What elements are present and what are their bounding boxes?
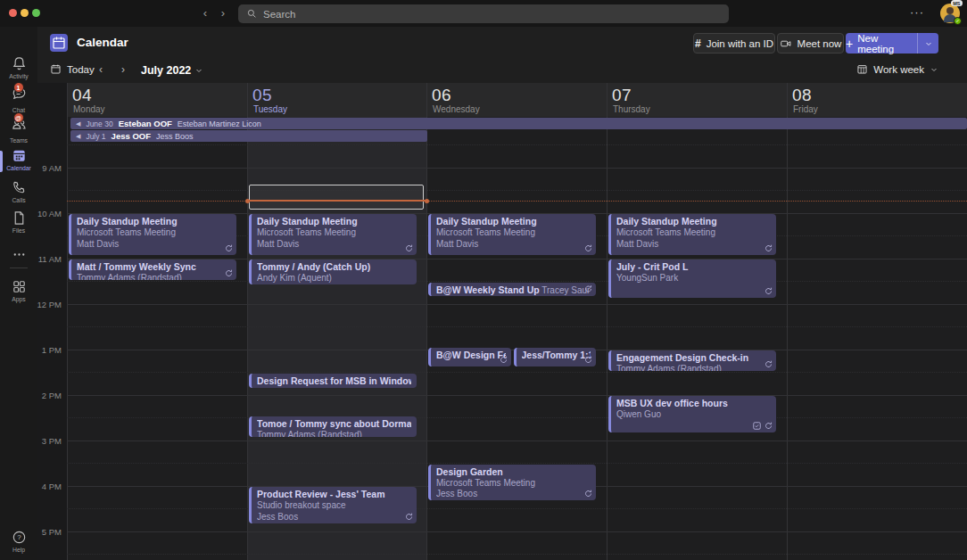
sidebar-item-calls[interactable]: Calls bbox=[0, 179, 37, 203]
day-number: 08 bbox=[792, 86, 812, 105]
allday-detail: Esteban Martinez Licon bbox=[178, 119, 261, 128]
event-detail: Microsoft Teams Meeting bbox=[436, 227, 591, 239]
event-matt-tommy-weekly-sync[interactable]: Matt / Tommy Weekly SyncTommy Adams (Ran… bbox=[69, 259, 236, 280]
time-label: 3 PM bbox=[36, 436, 62, 446]
event-jess-tommy-1-1[interactable]: Jess/Tommy 1:1 Jess Bo bbox=[514, 348, 597, 366]
selected-time-slot[interactable] bbox=[249, 185, 424, 210]
current-time-indicator bbox=[247, 200, 427, 202]
sidebar-item-calendar[interactable]: Calendar bbox=[0, 147, 37, 171]
event-title: Tommy / Andy (Catch Up) bbox=[257, 261, 411, 273]
next-week-button[interactable]: › bbox=[121, 63, 125, 76]
continues-left-icon: ◀ bbox=[76, 120, 80, 128]
time-label: 1 PM bbox=[36, 345, 62, 355]
sidebar-item-chat[interactable]: 1 Chat bbox=[0, 86, 37, 113]
event-detail: Tommy Adams (Randstad) bbox=[257, 430, 411, 437]
event-product-review-jess-team[interactable]: Product Review - Jess' TeamStudio breako… bbox=[249, 487, 417, 523]
event-detail: Matt Davis bbox=[616, 239, 771, 251]
day-name: Wednesday bbox=[433, 104, 480, 114]
event-daily-standup-meeting[interactable]: Daily Standup MeetingMicrosoft Teams Mee… bbox=[249, 214, 417, 255]
event-title: Engagement Design Check-in bbox=[616, 352, 771, 364]
allday-event[interactable]: ◀June 30Esteban OOFEsteban Martinez Lico… bbox=[70, 118, 967, 129]
month-label[interactable]: July 2022 bbox=[141, 64, 191, 77]
event-b-w-design-feature-re[interactable]: B@W Design Feature Re bbox=[428, 348, 511, 366]
event-daily-standup-meeting[interactable]: Daily Standup MeetingMicrosoft Teams Mee… bbox=[608, 214, 776, 255]
event-inline-detail: Tracey Saur bbox=[540, 285, 591, 295]
sidebar-item-apps[interactable]: Apps bbox=[0, 278, 37, 302]
event-b-w-weekly-stand-up[interactable]: B@W Weekly Stand Up Tracey Saur bbox=[428, 283, 596, 296]
half-hour-line bbox=[67, 326, 967, 327]
recurrence-icon bbox=[405, 244, 413, 252]
half-hour-line bbox=[67, 372, 967, 373]
prev-week-button[interactable]: ‹ bbox=[99, 63, 103, 76]
join-with-id-button[interactable]: # Join with an ID bbox=[693, 33, 775, 54]
event-icons bbox=[405, 244, 413, 252]
file-icon bbox=[11, 210, 28, 226]
event-design-garden[interactable]: Design GardenMicrosoft Teams MeetingJess… bbox=[428, 465, 596, 501]
event-detail: Matt Davis bbox=[77, 239, 231, 251]
sidebar-item-help[interactable]: ? Help bbox=[0, 529, 37, 553]
recurrence-icon bbox=[500, 356, 508, 364]
event-icons bbox=[584, 490, 592, 498]
chevron-down-icon bbox=[924, 39, 933, 48]
event-title: MSB UX dev office hours bbox=[616, 398, 771, 409]
recurrence-icon bbox=[584, 490, 592, 498]
recurrence-icon bbox=[405, 513, 413, 521]
allday-date: July 1 bbox=[86, 132, 105, 141]
event-icons bbox=[405, 513, 413, 521]
minimize-button[interactable] bbox=[21, 9, 29, 17]
new-meeting-button[interactable]: + New meeting bbox=[846, 33, 917, 54]
event-tomoe-tommy-sync-about-dormant-user-right[interactable]: Tomoe / Tommy sync about Dormant User Ri… bbox=[249, 416, 417, 437]
event-daily-standup-meeting[interactable]: Daily Standup MeetingMicrosoft Teams Mee… bbox=[428, 214, 596, 255]
sidebar-item-activity[interactable]: Activity bbox=[0, 55, 37, 79]
event-design-request-for-msb-in-windows-campaign[interactable]: Design Request for MSB in Windows Campai… bbox=[249, 374, 417, 389]
apps-icon bbox=[11, 278, 28, 295]
recurrence-icon bbox=[584, 356, 592, 364]
day-column-monday[interactable] bbox=[67, 117, 247, 560]
hour-line bbox=[67, 531, 967, 532]
time-label: 11 AM bbox=[36, 254, 62, 264]
nav-back-icon[interactable]: ‹ bbox=[198, 6, 212, 20]
sidebar-item-teams[interactable]: @ Teams bbox=[0, 116, 37, 144]
day-name: Friday bbox=[793, 104, 818, 114]
allday-event[interactable]: ◀July 1Jess OOFJess Boos bbox=[70, 130, 427, 142]
event-msb-ux-dev-office-hours[interactable]: MSB UX dev office hoursQiwen Guo bbox=[608, 396, 776, 432]
sidebar-item-more[interactable] bbox=[0, 246, 37, 263]
day-column-thursday[interactable] bbox=[607, 117, 787, 560]
column-border bbox=[67, 83, 68, 560]
meet-now-button[interactable]: Meet now bbox=[777, 33, 844, 54]
titlebar-more-icon[interactable]: ··· bbox=[910, 5, 924, 19]
chat-badge: 1 bbox=[13, 82, 24, 93]
phone-icon bbox=[11, 179, 28, 196]
event-title: B@W Weekly Stand Up Tracey Saur bbox=[436, 284, 591, 296]
view-label: Work week bbox=[873, 64, 924, 75]
event-title: Product Review - Jess' Team bbox=[257, 489, 411, 500]
event-tommy-andy-catch-up[interactable]: Tommy / Andy (Catch Up)Andy Kim (Aquent) bbox=[249, 259, 417, 284]
day-number: 05 bbox=[252, 86, 272, 105]
event-title: Daily Standup Meeting bbox=[77, 216, 231, 227]
half-hour-line bbox=[67, 554, 967, 555]
event-title: Tomoe / Tommy sync about Dormant User Ri… bbox=[257, 418, 411, 430]
month-chevron-icon[interactable] bbox=[194, 66, 203, 75]
event-daily-standup-meeting[interactable]: Daily Standup MeetingMicrosoft Teams Mee… bbox=[69, 214, 236, 255]
sidebar-item-files[interactable]: Files bbox=[0, 210, 37, 234]
recurrence-icon bbox=[765, 360, 773, 368]
event-detail: Microsoft Teams Meeting bbox=[436, 478, 591, 490]
today-button[interactable]: Today bbox=[50, 63, 95, 75]
nav-forward-icon[interactable]: › bbox=[216, 6, 230, 20]
event-title: Design Garden bbox=[436, 466, 591, 478]
new-meeting-dropdown[interactable] bbox=[917, 33, 938, 54]
hour-line bbox=[67, 304, 967, 305]
search-input[interactable]: Search bbox=[238, 4, 729, 23]
help-icon: ? bbox=[11, 529, 28, 546]
event-engagement-design-check-in[interactable]: Engagement Design Check-inTommy Adams (R… bbox=[608, 350, 776, 371]
view-picker[interactable]: Work week bbox=[856, 63, 938, 75]
avatar-head bbox=[946, 7, 954, 14]
event-july-crit-pod-l[interactable]: July - Crit Pod LYoungSun Park bbox=[608, 259, 776, 298]
day-column-friday[interactable] bbox=[787, 117, 967, 560]
zoom-button[interactable] bbox=[32, 9, 40, 17]
event-title: Matt / Tommy Weekly Sync bbox=[77, 261, 231, 273]
svg-text:?: ? bbox=[17, 533, 21, 541]
avatar[interactable]: MS ✓ bbox=[940, 4, 960, 23]
bell-icon bbox=[11, 55, 28, 72]
close-button[interactable] bbox=[9, 9, 17, 17]
